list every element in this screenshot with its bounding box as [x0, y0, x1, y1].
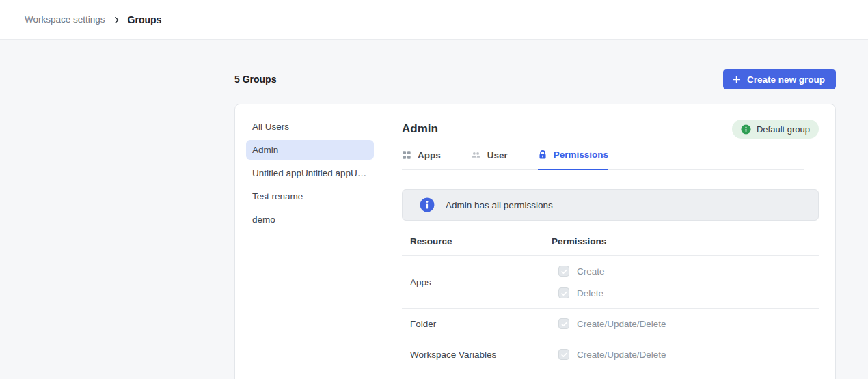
info-icon [420, 197, 435, 212]
groups-count: 5 Groups [234, 74, 276, 85]
top-header: Workspace settings Groups [0, 0, 868, 40]
permission-apps-delete: Delete [558, 287, 819, 298]
breadcrumb-groups: Groups [128, 14, 162, 25]
checkbox-checked-disabled[interactable] [558, 266, 569, 277]
banner-text: Admin has all permissions [446, 200, 553, 210]
checkbox-checked-disabled[interactable] [558, 318, 569, 329]
column-header-resource: Resource [410, 236, 552, 247]
tab-apps[interactable]: Apps [402, 150, 441, 169]
users-icon [471, 150, 481, 160]
group-list: All Users Admin Untitled appUntitled app… [235, 104, 385, 379]
grid-icon [402, 150, 411, 160]
create-new-group-label: Create new group [747, 74, 825, 85]
breadcrumb: Workspace settings Groups [25, 14, 161, 25]
table-row-apps: Apps Create Delete [402, 256, 819, 309]
group-item-label: All Users [252, 122, 289, 132]
permission-folder-cud: Create/Update/Delete [558, 318, 819, 329]
groups-toolbar: 5 Groups Create new group [234, 69, 836, 89]
permissions-info-banner: Admin has all permissions [402, 189, 819, 221]
checkbox-checked-disabled[interactable] [558, 287, 569, 298]
group-list-item-all-users[interactable]: All Users [246, 117, 374, 137]
group-list-item-test-rename[interactable]: Test rename [246, 186, 374, 206]
resource-label: Folder [410, 319, 552, 329]
table-row-workspace-variables: Workspace Variables Create/Update/Delete [402, 339, 819, 369]
tab-user[interactable]: User [471, 150, 508, 169]
group-title: Admin [402, 122, 438, 136]
checkbox-checked-disabled[interactable] [558, 349, 569, 360]
default-group-badge-label: Default group [757, 124, 810, 135]
create-new-group-button[interactable]: Create new group [723, 69, 836, 89]
table-row-folder: Folder Create/Update/Delete [402, 309, 819, 339]
tab-user-label: User [487, 150, 508, 160]
group-item-label: demo [252, 214, 275, 225]
checkbox-label: Create [577, 266, 605, 277]
checkbox-label: Delete [577, 288, 603, 298]
group-list-item-admin[interactable]: Admin [246, 140, 374, 160]
group-list-item-untitled-app[interactable]: Untitled appUntitled appUntitle… [246, 163, 374, 183]
lock-icon [538, 150, 547, 160]
checkbox-label: Create/Update/Delete [577, 350, 666, 360]
permissions-table: Resource Permissions Apps Create [402, 230, 819, 369]
tab-permissions[interactable]: Permissions [538, 150, 608, 170]
info-icon [741, 124, 751, 135]
chevron-right-icon [113, 16, 120, 24]
group-list-item-demo[interactable]: demo [246, 210, 374, 229]
group-item-label: Untitled appUntitled appUntitle… [252, 168, 368, 178]
tab-apps-label: Apps [418, 150, 441, 160]
default-group-badge: Default group [732, 120, 819, 139]
group-item-label: Admin [252, 145, 278, 155]
group-detail-panel: Admin Default group [385, 104, 835, 379]
permission-apps-create: Create [558, 266, 819, 277]
column-header-permissions: Permissions [552, 236, 819, 247]
table-header-row: Resource Permissions [402, 230, 819, 256]
permission-workspace-variables-cud: Create/Update/Delete [558, 349, 819, 360]
group-item-label: Test rename [252, 191, 303, 201]
plus-icon [732, 75, 741, 84]
tab-bar: Apps User [402, 150, 804, 170]
tab-permissions-label: Permissions [554, 150, 608, 160]
resource-label: Workspace Variables [410, 350, 552, 360]
resource-label: Apps [410, 277, 552, 287]
breadcrumb-workspace-settings[interactable]: Workspace settings [25, 14, 105, 25]
groups-card: All Users Admin Untitled appUntitled app… [234, 104, 836, 379]
checkbox-label: Create/Update/Delete [577, 319, 666, 329]
